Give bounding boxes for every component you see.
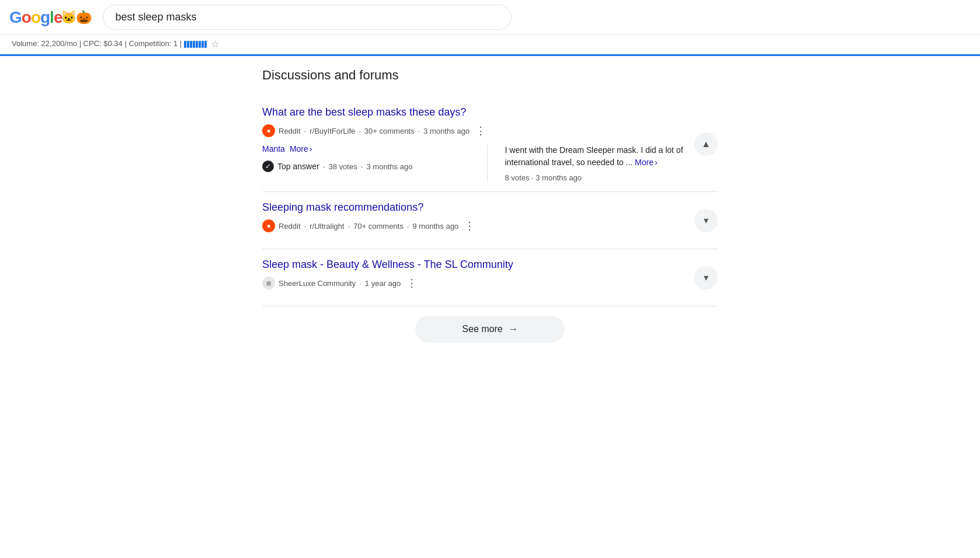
logo-o2: o — [31, 8, 40, 27]
seo-bar: Volume: 22,200/mo | CPC: $0.34 | Competi… — [0, 35, 980, 56]
discussion-item-1: What are the best sleep masks these days… — [262, 97, 718, 192]
expanded-content-1: Manta More › ✓ Top answer · 38 votes · 3… — [262, 144, 718, 182]
meta-dot-2c: · — [407, 222, 409, 231]
expand-icon-2: ▾ — [704, 215, 708, 226]
logo-g2: g — [40, 8, 50, 27]
answer-more-chevron: › — [655, 156, 658, 169]
meta-dot-1c: · — [418, 127, 420, 135]
search-input[interactable] — [103, 5, 512, 30]
see-more-container: See more → — [262, 306, 718, 360]
subreddit-2: r/Ultralight — [310, 222, 344, 231]
meta-dot-2a: · — [304, 222, 307, 231]
meta-dot-2b: · — [347, 222, 350, 231]
discussion-meta-1: ● Reddit · r/BuyItForLife · 30+ comments… — [262, 124, 718, 137]
answer-more-label: More — [635, 156, 654, 169]
expand-btn-2[interactable]: ▾ — [694, 209, 718, 232]
see-more-arrow: → — [509, 324, 518, 334]
logo-emoji: 🐱🎃 — [61, 10, 91, 25]
bar-seg-7 — [201, 41, 204, 48]
tag-manta[interactable]: Manta — [262, 144, 285, 154]
more-options-2[interactable]: ⋮ — [464, 219, 475, 232]
bar-seg-5 — [196, 41, 198, 48]
time-2: 9 months ago — [412, 222, 458, 231]
main-content: Discussions and forums What are the best… — [239, 56, 741, 372]
time-3: 1 year ago — [365, 279, 401, 288]
logo-o1: o — [22, 8, 31, 27]
star-icon[interactable]: ☆ — [211, 39, 219, 49]
see-more-label: See more — [462, 324, 502, 334]
bar-seg-6 — [199, 41, 201, 48]
discussion-meta-3: ⊞ SheerLuxe Community · 1 year ago ⋮ — [262, 277, 718, 290]
community-icon-3: ⊞ — [262, 277, 275, 290]
reddit-icon-1: ● — [262, 124, 275, 137]
more-tags-link[interactable]: More › — [290, 144, 312, 154]
top-answer-label: Top answer — [277, 162, 319, 171]
answer-text-1: I went with the Dream Sleeper mask. I di… — [505, 144, 718, 169]
more-options-3[interactable]: ⋮ — [406, 277, 417, 290]
expand-icon-3: ▾ — [704, 272, 708, 283]
expand-btn-3[interactable]: ▾ — [694, 266, 718, 290]
seo-info: Volume: 22,200/mo | CPC: $0.34 | Competi… — [12, 39, 182, 48]
left-panel-1: Manta More › ✓ Top answer · 38 votes · 3… — [262, 144, 488, 182]
time-1: 3 months ago — [423, 127, 470, 135]
tags-row-1: Manta More › — [262, 144, 475, 154]
discussion-item-2: Sleeping mask recommendations? ● Reddit … — [262, 192, 718, 249]
top-answer-row: ✓ Top answer · 38 votes · 3 months ago — [262, 161, 475, 172]
top-answer-time: 3 months ago — [367, 162, 413, 171]
collapse-btn-1[interactable]: ▲ — [694, 132, 718, 156]
see-more-button[interactable]: See more → — [415, 316, 564, 343]
discussion-title-2[interactable]: Sleeping mask recommendations? — [262, 201, 718, 214]
section-title: Discussions and forums — [262, 68, 718, 83]
discussion-meta-2: ● Reddit · r/Ultralight · 70+ comments ·… — [262, 219, 718, 232]
meta-dot-1a: · — [304, 127, 307, 135]
right-panel-1: I went with the Dream Sleeper mask. I di… — [488, 144, 718, 182]
comments-2: 70+ comments — [353, 222, 404, 231]
discussion-title-3[interactable]: Sleep mask - Beauty & Wellness - The SL … — [262, 259, 718, 271]
competition-bar — [184, 41, 207, 48]
meta-dot-ta1: · — [323, 162, 325, 171]
more-options-1[interactable]: ⋮ — [475, 124, 486, 137]
answer-more-link[interactable]: More › — [635, 156, 658, 169]
reddit-icon-2: ● — [262, 219, 275, 232]
source-2: Reddit — [279, 222, 301, 231]
bar-seg-1 — [184, 41, 186, 48]
source-3: SheerLuxe Community — [279, 279, 356, 288]
answer-votes-1: 8 votes · 3 months ago — [505, 173, 718, 182]
source-1: Reddit — [279, 127, 301, 135]
top-answer-votes: 38 votes — [328, 162, 357, 171]
more-label: More — [290, 144, 308, 154]
bar-seg-8 — [204, 41, 207, 48]
meta-dot-3a: · — [359, 279, 362, 288]
subreddit-1: r/BuyItForLife — [310, 127, 355, 135]
top-bar: Google🐱🎃 — [0, 0, 980, 35]
logo-g: G — [9, 8, 22, 27]
bar-seg-3 — [190, 41, 192, 48]
meta-dot-1b: · — [359, 127, 361, 135]
discussion-title-1[interactable]: What are the best sleep masks these days… — [262, 106, 718, 118]
discussion-item-3: Sleep mask - Beauty & Wellness - The SL … — [262, 249, 718, 306]
check-icon: ✓ — [262, 161, 274, 172]
collapse-icon-1: ▲ — [701, 139, 711, 149]
bar-seg-4 — [193, 41, 195, 48]
logo-l: l — [50, 8, 54, 27]
more-chevron: › — [310, 144, 312, 154]
google-logo[interactable]: Google🐱🎃 — [9, 8, 91, 27]
comments-1: 30+ comments — [364, 127, 415, 135]
bar-seg-2 — [187, 41, 189, 48]
meta-dot-ta2: · — [361, 162, 363, 171]
